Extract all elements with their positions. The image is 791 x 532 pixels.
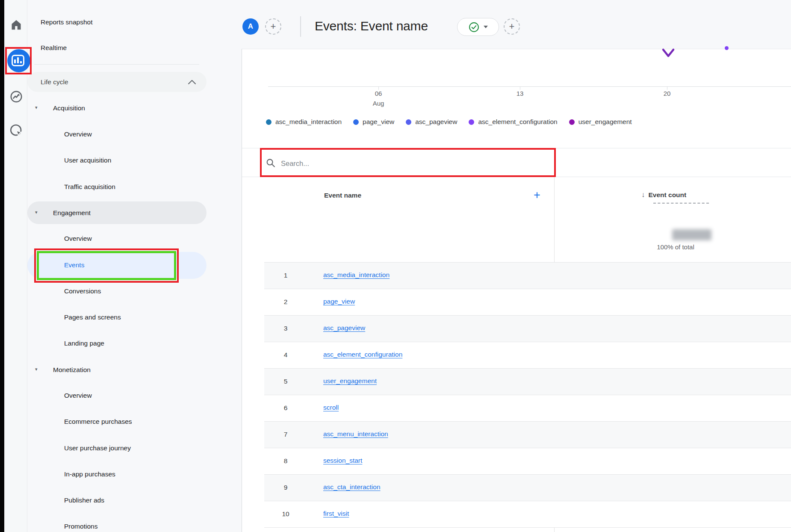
explore-icon[interactable] bbox=[8, 89, 24, 105]
home-icon-glyph bbox=[10, 18, 23, 31]
sidebar-item-conversions[interactable]: Conversions bbox=[64, 287, 101, 295]
legend-label: asc_media_interaction bbox=[275, 118, 342, 126]
chart-data-point bbox=[725, 46, 729, 50]
sidebar-item-events[interactable]: Events bbox=[64, 261, 84, 269]
event-name-link[interactable]: asc_cta_interaction bbox=[323, 483, 381, 491]
add-report-button[interactable]: + bbox=[504, 18, 520, 35]
legend-item-page_view: page_view bbox=[353, 118, 394, 126]
sidebar-item-publisher-ads[interactable]: Publisher ads bbox=[64, 497, 104, 504]
legend-label: asc_element_configuration bbox=[478, 118, 557, 126]
sidebar-item-realtime[interactable]: Realtime bbox=[41, 44, 67, 52]
event-name-link[interactable]: first_visit bbox=[323, 510, 349, 517]
legend-item-asc_element_configuration: asc_element_configuration bbox=[469, 118, 557, 126]
collapse-triangle-icon[interactable]: ▾ bbox=[35, 366, 38, 372]
sidebar-item-traffic-acquisition[interactable]: Traffic acquisition bbox=[64, 183, 115, 191]
row-index: 5 bbox=[277, 378, 294, 385]
event-name-link[interactable]: scroll bbox=[323, 404, 339, 411]
event-name-link[interactable]: session_start bbox=[323, 457, 362, 464]
sidebar-item-monetization[interactable]: Monetization bbox=[53, 366, 91, 374]
property-avatar[interactable]: A bbox=[242, 18, 259, 35]
legend-dot-icon bbox=[469, 119, 474, 125]
check-circle-icon bbox=[469, 22, 479, 33]
table-row bbox=[264, 395, 791, 421]
row-separator bbox=[264, 527, 791, 528]
sidebar-item-overview[interactable]: Overview bbox=[64, 235, 92, 242]
total-percent-label: 100% of total bbox=[641, 243, 710, 251]
row-index: 9 bbox=[277, 484, 294, 491]
event-name-link[interactable]: user_engagement bbox=[323, 377, 377, 385]
add-column-button[interactable]: + bbox=[534, 189, 540, 202]
row-separator bbox=[264, 262, 791, 263]
row-separator bbox=[264, 342, 791, 342]
sidebar-item-overview[interactable]: Overview bbox=[64, 130, 92, 138]
row-separator bbox=[264, 448, 791, 448]
advertising-icon[interactable] bbox=[8, 122, 24, 139]
collapse-triangle-icon[interactable]: ▾ bbox=[35, 210, 38, 215]
event-name-link[interactable]: asc_element_configuration bbox=[323, 351, 402, 358]
chart-x-axis bbox=[268, 86, 791, 87]
sidebar-item-landing-page[interactable]: Landing page bbox=[64, 340, 104, 347]
search-input[interactable] bbox=[280, 154, 521, 173]
row-index: 2 bbox=[277, 298, 294, 306]
row-index: 6 bbox=[277, 404, 294, 412]
row-separator bbox=[264, 474, 791, 475]
row-index: 7 bbox=[277, 431, 294, 438]
collapse-triangle-icon[interactable]: ▾ bbox=[35, 105, 38, 110]
sidebar-item-pages-and-screens[interactable]: Pages and screens bbox=[64, 313, 121, 321]
legend-item-asc_pageview: asc_pageview bbox=[406, 118, 457, 126]
event-name-link[interactable]: page_view bbox=[323, 298, 355, 305]
reports-sidebar: Reports snapshotRealtimeLife cycle▾Acqui… bbox=[27, 0, 241, 532]
chevron-down-icon bbox=[484, 26, 488, 28]
row-index: 10 bbox=[277, 510, 294, 518]
sidebar-item-in-app-purchases[interactable]: In-app purchases bbox=[64, 470, 115, 478]
sidebar-item-user-purchase-journey[interactable]: User purchase journey bbox=[64, 444, 131, 452]
row-index: 4 bbox=[277, 351, 294, 359]
legend-item-asc_media_interaction: asc_media_interaction bbox=[266, 118, 342, 126]
event-name-link[interactable]: asc_pageview bbox=[323, 324, 365, 332]
x-axis-tick-label: 06 bbox=[366, 90, 391, 97]
metric-header-label: Event count bbox=[649, 191, 687, 199]
window-edge-strip bbox=[0, 0, 4, 532]
sidebar-item-reports-snapshot[interactable]: Reports snapshot bbox=[41, 18, 93, 26]
sidebar-item-promotions[interactable]: Promotions bbox=[64, 523, 97, 530]
legend-label: page_view bbox=[363, 118, 394, 126]
sidebar-item-overview[interactable]: Overview bbox=[64, 392, 92, 399]
chart-line-marker bbox=[658, 46, 683, 60]
row-separator bbox=[264, 421, 791, 422]
reports-icon-glyph bbox=[12, 55, 24, 66]
report-status-dropdown[interactable] bbox=[457, 18, 499, 36]
x-axis-tick bbox=[667, 87, 667, 90]
event-name-link[interactable]: asc_menu_interaction bbox=[323, 430, 388, 438]
row-separator bbox=[264, 395, 791, 395]
x-axis-tick-label: 20 bbox=[654, 90, 680, 97]
events-selected-pill bbox=[27, 252, 207, 279]
row-separator bbox=[264, 368, 791, 369]
search-row-bottom-border bbox=[242, 177, 791, 177]
sidebar-item-engagement[interactable]: Engagement bbox=[53, 209, 91, 217]
legend-dot-icon bbox=[266, 119, 272, 125]
legend-dot-icon bbox=[569, 119, 575, 125]
column-header-event-name[interactable]: Event name bbox=[324, 192, 361, 199]
sidebar-item-ecommerce-purchases[interactable]: Ecommerce purchases bbox=[64, 418, 132, 426]
event-name-link[interactable]: asc_media_interaction bbox=[323, 271, 390, 279]
sidebar-item-acquisition[interactable]: Acquisition bbox=[53, 104, 85, 112]
row-index: 1 bbox=[277, 272, 294, 279]
legend-label: asc_pageview bbox=[415, 118, 457, 126]
x-axis-tick-sublabel: Aug bbox=[366, 100, 391, 107]
sidebar-divider bbox=[34, 64, 199, 65]
nav-icon-rail bbox=[4, 0, 27, 532]
legend-item-user_engagement: user_engagement bbox=[569, 118, 632, 126]
row-separator bbox=[264, 315, 791, 316]
page-title: Events: Event name bbox=[315, 19, 428, 33]
home-icon[interactable] bbox=[8, 17, 24, 33]
chevron-up-icon[interactable] bbox=[187, 79, 197, 85]
sort-descending-icon: ↓ bbox=[641, 191, 645, 199]
sidebar-item-life-cycle[interactable]: Life cycle bbox=[41, 78, 68, 86]
x-axis-tick bbox=[520, 87, 520, 90]
add-comparison-button[interactable]: + bbox=[265, 18, 281, 35]
column-header-event-count[interactable]: ↓ Event count bbox=[641, 191, 686, 199]
x-axis-tick-label: 13 bbox=[507, 90, 533, 97]
legend-dot-icon bbox=[406, 119, 411, 125]
sidebar-item-user-acquisition[interactable]: User acquisition bbox=[64, 157, 111, 164]
search-icon bbox=[266, 158, 276, 168]
